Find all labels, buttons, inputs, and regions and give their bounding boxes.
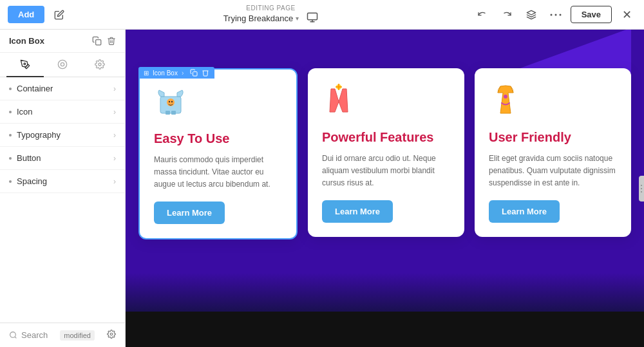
sidebar-header: Icon Box (0, 30, 125, 53)
page-name-row: Trying Breakdance ▾ (223, 12, 319, 25)
tab-style[interactable] (6, 53, 44, 77)
gear-icon (95, 59, 105, 70)
chevron-down-icon[interactable]: ▾ (296, 15, 299, 22)
dress-icon (489, 84, 522, 117)
svg-point-20 (169, 101, 170, 102)
selected-label: Icon Box (153, 70, 178, 77)
top-bar-right: Save ✕ (473, 5, 636, 24)
circle-icon (57, 59, 68, 70)
canvas-area: ⊞ Icon Box › (126, 30, 644, 347)
monitor-icon[interactable] (307, 12, 318, 25)
sidebar-title: Icon Box (9, 36, 44, 46)
card-1-desc: Mauris commodo quis imperdiet massa tinc… (154, 154, 282, 191)
card-2-btn[interactable]: Learn More (322, 200, 393, 223)
trash-icon (107, 36, 116, 46)
editing-label: EDITING PAGE (246, 5, 295, 12)
page-name: Trying Breakdance (223, 14, 294, 23)
add-button[interactable]: Add (8, 6, 44, 23)
search-label[interactable]: Search (21, 330, 48, 340)
copy-icon[interactable] (190, 69, 198, 77)
search-icon (9, 331, 17, 339)
card-2[interactable]: Powerful Features Dui id ornare arcu odi… (308, 68, 464, 237)
item-dot (9, 157, 12, 160)
item-dot (9, 111, 12, 113)
sidebar-item-spacing[interactable]: Spacing › (0, 170, 125, 193)
more-options-button[interactable] (546, 5, 565, 24)
svg-point-23 (504, 95, 507, 98)
svg-point-11 (99, 63, 101, 66)
chevron-right-icon: › (113, 108, 116, 117)
svg-rect-17 (166, 111, 170, 115)
chevron-right-icon: › (113, 154, 116, 163)
sidebar: Icon Box (0, 30, 126, 347)
card-2-title: Powerful Features (322, 130, 433, 145)
container-label: Container (17, 84, 53, 93)
handle-dot-3 (641, 191, 642, 192)
tab-appearance[interactable] (44, 53, 81, 77)
baby-onesie-icon (154, 85, 187, 118)
main-layout: Icon Box (0, 30, 644, 347)
card-1-btn[interactable]: Learn More (154, 202, 225, 224)
handle-dot-2 (641, 188, 642, 189)
save-button[interactable]: Save (571, 6, 612, 23)
layers-button[interactable] (522, 5, 541, 24)
svg-rect-18 (171, 111, 176, 115)
selected-icon: ⊞ (144, 70, 149, 77)
svg-point-4 (550, 14, 552, 15)
edit-icon (54, 10, 64, 20)
sidebar-item-container[interactable]: Container › (0, 77, 125, 100)
sidebar-footer: Search modified (0, 323, 125, 347)
svg-point-12 (10, 332, 16, 338)
icon-label: Icon (17, 107, 33, 117)
icon-box-selected-bar: ⊞ Icon Box › (138, 67, 214, 79)
svg-marker-3 (527, 10, 535, 15)
typography-label: Typography (17, 130, 61, 140)
chevron-icon: › (182, 70, 184, 77)
layers-icon (526, 10, 536, 20)
item-dot (9, 180, 12, 183)
sidebar-item-button[interactable]: Button › (0, 147, 125, 170)
canvas-resize-handle[interactable] (639, 176, 644, 202)
modified-badge: modified (60, 330, 95, 341)
item-dot (9, 134, 12, 136)
trash-icon-2[interactable] (202, 69, 209, 77)
close-button[interactable]: ✕ (617, 5, 636, 24)
redo-button[interactable] (497, 5, 516, 24)
card-3-icon (489, 84, 522, 122)
card-3-desc: Elit eget gravida cum sociis natoque pen… (489, 153, 617, 190)
canvas-bottom-bar (126, 312, 644, 347)
svg-point-6 (559, 14, 561, 15)
card-1[interactable]: Easy To Use Mauris commodo quis imperdie… (138, 68, 298, 239)
top-bar-center: EDITING PAGE Trying Breakdance ▾ (74, 5, 467, 25)
card-1-title: Easy To Use (154, 131, 229, 146)
card-2-desc: Dui id ornare arcu odio ut. Neque aliqua… (322, 153, 450, 190)
delete-button[interactable] (107, 36, 116, 46)
top-bar-left: Add (8, 5, 69, 24)
button-label: Button (17, 153, 41, 163)
brush-icon (20, 59, 30, 70)
svg-point-14 (110, 333, 113, 335)
undo-button[interactable] (473, 5, 492, 24)
sidebar-items: Container › Icon › Typography › (0, 77, 125, 323)
svg-rect-7 (96, 40, 101, 45)
redo-icon (502, 10, 512, 20)
svg-point-21 (171, 101, 173, 102)
tab-settings[interactable] (81, 53, 118, 77)
sidebar-tabs (0, 53, 125, 77)
card-3-btn[interactable]: Learn More (489, 200, 560, 223)
svg-point-8 (24, 63, 26, 65)
sidebar-item-typography[interactable]: Typography › (0, 124, 125, 147)
footer-settings-button[interactable] (107, 330, 116, 341)
duplicate-button[interactable] (92, 36, 102, 46)
edit-icon-button[interactable] (50, 5, 69, 24)
card-3[interactable]: User Friendly Elit eget gravida cum soci… (475, 68, 631, 237)
svg-rect-15 (193, 72, 198, 77)
handle-dot-1 (641, 185, 642, 186)
card-2-icon (322, 84, 355, 122)
chevron-right-icon: › (113, 84, 116, 93)
chevron-right-icon: › (113, 177, 116, 186)
search-row: Search (9, 330, 48, 340)
sidebar-item-icon[interactable]: Icon › (0, 100, 125, 124)
shorts-icon (322, 84, 355, 117)
duplicate-icon (92, 36, 102, 46)
